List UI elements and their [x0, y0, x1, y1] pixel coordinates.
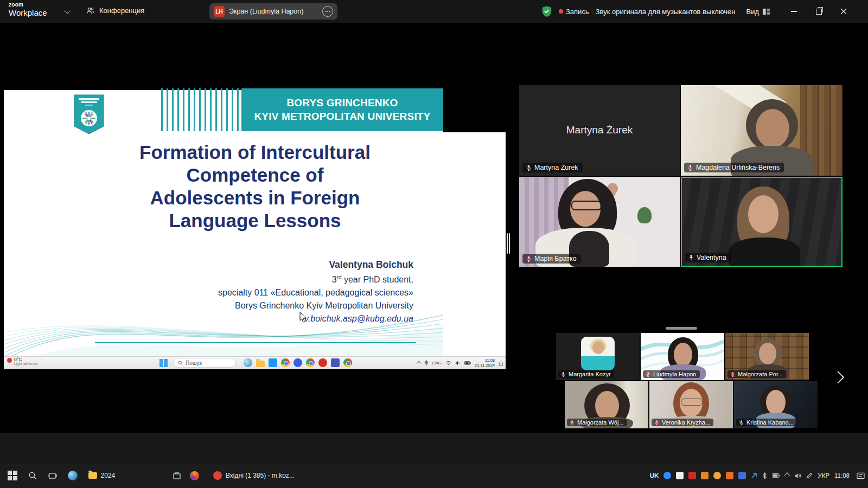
- restore-icon: [816, 9, 822, 15]
- folder-button[interactable]: 2024: [88, 463, 116, 488]
- chrome-icon: [306, 358, 315, 367]
- name-tag: Veronika Kryzha...: [652, 419, 713, 426]
- avatar: LH: [214, 6, 225, 17]
- folder-icon: [256, 361, 265, 367]
- video-tile-magdalena[interactable]: Magdalena Urlińska-Berens: [681, 85, 843, 176]
- tray-expand-icon: [416, 361, 420, 365]
- tab-shared-screen[interactable]: LH Экран (Liudmyla Hapon): [209, 3, 337, 20]
- speaker-icon: [455, 361, 461, 365]
- windows-taskbar: 2024 Вхідні (1 385) - m.koz... Zoom Work…: [0, 463, 868, 488]
- muted-mic-icon: [645, 371, 651, 377]
- shared-screen-corner: [443, 86, 506, 132]
- view-button[interactable]: Вид: [746, 8, 770, 16]
- university-crest: [73, 94, 105, 135]
- firefox-icon[interactable]: [190, 471, 199, 480]
- video-tile-malgorzata-w[interactable]: Małgorzata Wój...: [565, 381, 648, 428]
- banner-line2: KYIV METROPOLITAN UNIVERSITY: [254, 110, 430, 124]
- muted-mic-icon: [569, 420, 575, 426]
- restore-button[interactable]: [806, 0, 831, 23]
- video-tile-veronika[interactable]: Veronika Kryzha...: [649, 381, 733, 428]
- task-view-icon[interactable]: [48, 472, 57, 480]
- tray-app-icon[interactable]: [688, 472, 696, 479]
- video-tile-kristina[interactable]: Kristina Kabano...: [734, 381, 818, 428]
- video-tile-margarita[interactable]: Margarita Kozyr: [556, 333, 640, 380]
- video-tile-mariia[interactable]: Марія Братко: [519, 177, 680, 267]
- shield-check-icon[interactable]: [541, 5, 552, 17]
- tile-center-name: Martyna Żurek: [519, 124, 680, 136]
- search-icon: [178, 361, 183, 365]
- mail-window-button[interactable]: Вхідні (1 385) - m.koz...: [208, 463, 300, 488]
- speaker-icon[interactable]: [794, 473, 801, 479]
- tray-app-icon[interactable]: [676, 472, 684, 479]
- gallery-drag-handle[interactable]: [666, 327, 697, 330]
- tray-app-icon[interactable]: [726, 472, 733, 479]
- video-tile-malgorzata-p[interactable]: Malgorzata Por...: [725, 333, 809, 380]
- titlebar-status-group: Запись Звук оригинала для музыкантов вык…: [541, 0, 770, 23]
- language-badge[interactable]: UK: [650, 472, 659, 479]
- edge-icon[interactable]: [68, 471, 78, 480]
- mail-icon: [269, 358, 277, 367]
- video-tile-martyna[interactable]: Martyna Żurek Martyna Żurek: [519, 85, 680, 176]
- shared-taskbar-apps: [244, 358, 352, 367]
- tab-meeting[interactable]: Конференция: [86, 6, 144, 15]
- pin-icon: [688, 254, 694, 261]
- next-page-arrow[interactable]: [832, 371, 845, 384]
- name-tag: Valentyna: [685, 253, 731, 262]
- system-tray: UK УКР 11:08: [650, 463, 865, 488]
- people-icon: [86, 6, 95, 15]
- tray-expand-chevron[interactable]: [784, 472, 790, 478]
- shared-search-box: Пошук: [173, 358, 236, 368]
- shared-taskbar-tray: ENG 11:08 21.11.2024: [417, 357, 503, 369]
- onedrive-arrow-icon[interactable]: [751, 472, 757, 479]
- tab-options-button[interactable]: [322, 6, 333, 17]
- tab-meeting-label: Конференция: [99, 7, 144, 15]
- zoom-logo-bottom: Workplace: [9, 9, 47, 17]
- clock[interactable]: 11:08: [834, 472, 850, 479]
- chevron-down-icon[interactable]: [64, 8, 70, 14]
- pen-icon[interactable]: [806, 472, 813, 479]
- name-tag: Margarita Kozyr: [558, 370, 614, 378]
- taskbar-left: 2024: [8, 463, 115, 488]
- tray-app-icon[interactable]: [738, 472, 746, 479]
- notification-center-icon[interactable]: [857, 472, 865, 479]
- video-tile-liudmyla[interactable]: Liudmyla Hapon: [641, 333, 724, 380]
- mail-window-label: Вхідні (1 385) - m.koz...: [226, 472, 295, 479]
- battery-icon[interactable]: [772, 473, 780, 478]
- mic-icon: [424, 360, 429, 366]
- minimize-icon: [791, 11, 797, 12]
- chrome-icon: [343, 358, 352, 367]
- search-icon[interactable]: [28, 471, 37, 480]
- teams-icon: [331, 358, 340, 367]
- slide-title-line: Language Lessons: [15, 209, 495, 232]
- zoom-tray-icon[interactable]: [663, 472, 671, 479]
- store-icon[interactable]: [173, 471, 181, 480]
- start-button[interactable]: [8, 471, 17, 480]
- tray-app-icon[interactable]: [713, 472, 721, 479]
- shared-screen-view: BORYS GRINCHENKO KYIV METROPOLITAN UNIVE…: [4, 86, 506, 369]
- shared-lang-indicator: ENG: [432, 361, 442, 365]
- name-tag: Kristina Kabano...: [736, 419, 797, 426]
- zoom-logo-top: zoom: [9, 2, 47, 8]
- tray-app-icon[interactable]: [701, 472, 709, 479]
- meeting-toolbar: Звук Видео 32 Участники 1 Чат Отреагиров…: [0, 433, 868, 463]
- recording-label: Запись: [566, 8, 589, 16]
- muted-mic-icon: [525, 255, 532, 262]
- close-button[interactable]: [831, 0, 856, 23]
- mouse-cursor: [299, 312, 307, 323]
- minimize-button[interactable]: [781, 0, 806, 23]
- name-tag: Марія Братко: [522, 254, 581, 264]
- glasses: [571, 201, 602, 210]
- notification-bell-icon: [499, 361, 503, 366]
- wifi-icon: [445, 361, 451, 365]
- language-indicator[interactable]: УКР: [818, 472, 829, 479]
- weather-temp: 0°C: [14, 357, 38, 362]
- weather-alert-icon: [7, 358, 12, 363]
- panel-resize-handle[interactable]: [507, 233, 510, 254]
- video-tile-valentyna[interactable]: Valentyna: [681, 177, 843, 267]
- name-tag: Małgorzata Wój...: [567, 419, 627, 426]
- muted-mic-icon: [560, 371, 566, 377]
- bluetooth-icon[interactable]: [762, 472, 767, 479]
- shared-weather-widget: 0°C Light rain/snow: [7, 357, 38, 366]
- plant-decoration: [637, 207, 652, 223]
- battery-icon: [464, 361, 471, 365]
